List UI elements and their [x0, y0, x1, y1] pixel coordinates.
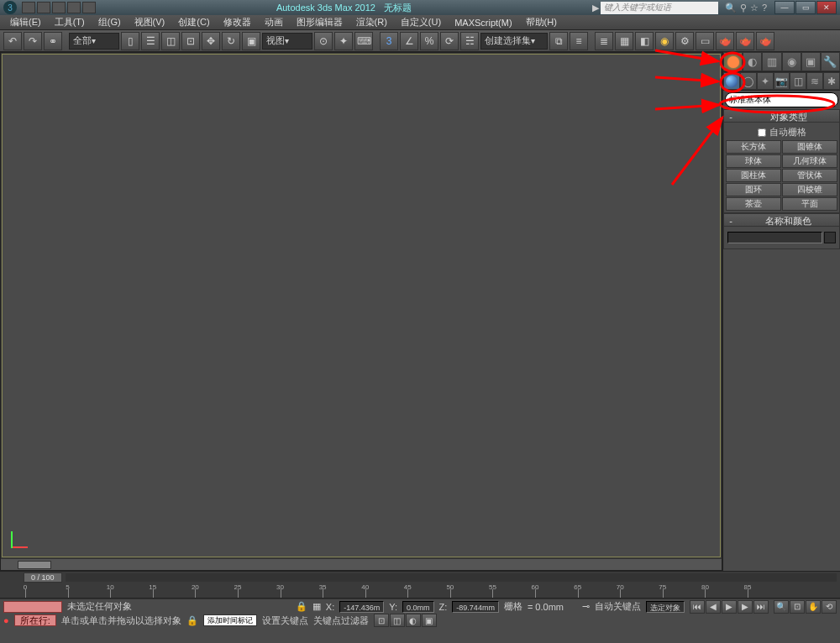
time-slider-track[interactable] — [66, 573, 837, 582]
qat-redo-icon[interactable] — [82, 2, 96, 13]
app-icon[interactable]: 3 — [3, 1, 17, 14]
menu-edit[interactable]: 编辑(E) — [3, 14, 48, 30]
material-editor-icon[interactable]: ◉ — [655, 32, 674, 50]
fov-icon[interactable]: ◐ — [406, 614, 421, 627]
box-button[interactable]: 长方体 — [726, 140, 781, 154]
zoom-icon[interactable]: 🔍 — [774, 600, 789, 614]
hierarchy-tab[interactable]: ▥ — [762, 52, 781, 71]
help-icon[interactable]: ? — [762, 3, 767, 13]
scale-icon[interactable]: ▣ — [242, 32, 260, 50]
keyfilter-button[interactable]: 关键点过滤器 — [313, 614, 369, 627]
pan-icon[interactable]: ✋ — [806, 600, 821, 614]
menu-grapheditors[interactable]: 图形编辑器 — [290, 14, 349, 30]
star-icon[interactable]: ☆ — [750, 3, 759, 13]
abs-rel-icon[interactable]: ▦ — [312, 601, 321, 612]
viewport-hscroll[interactable] — [1, 558, 722, 570]
plane-button[interactable]: 平面 — [782, 197, 837, 211]
shapes-subtab[interactable]: ◯ — [740, 72, 757, 90]
menu-create[interactable]: 创建(C) — [171, 14, 216, 30]
name-color-rollout-header[interactable]: -名称和颜色 — [723, 213, 840, 227]
rotate-icon[interactable]: ↻ — [222, 32, 240, 50]
help-search-input[interactable]: 键入关键字或短语 — [601, 2, 718, 14]
render-iter-icon[interactable]: 🫖 — [736, 32, 754, 50]
pivot-icon[interactable]: ⊙ — [314, 32, 333, 50]
menu-group[interactable]: 组(G) — [92, 14, 128, 30]
lock-icon[interactable]: 🔒 — [296, 601, 307, 612]
helpers-subtab[interactable]: ◫ — [790, 72, 806, 90]
undo-icon[interactable]: ↶ — [3, 32, 22, 50]
menu-animation[interactable]: 动画 — [258, 14, 290, 30]
key-icon[interactable]: ⊸ — [582, 601, 590, 612]
render-prod-icon[interactable]: 🫖 — [716, 32, 734, 50]
max-toggle-icon[interactable]: ▣ — [422, 614, 437, 627]
render-setup-icon[interactable]: ⚙ — [675, 32, 694, 50]
frame-indicator[interactable]: 0 / 100 — [24, 572, 62, 583]
menu-views[interactable]: 视图(V) — [128, 14, 172, 30]
play-icon[interactable]: ▶ — [722, 600, 737, 614]
select-rect-icon[interactable]: ◫ — [161, 32, 180, 50]
teapot-button[interactable]: 茶壶 — [726, 197, 781, 211]
editselection-icon[interactable]: ☵ — [460, 32, 479, 50]
goto-end-icon[interactable]: ⏭ — [753, 600, 769, 614]
rendered-frame-icon[interactable]: ▭ — [696, 32, 714, 50]
close-button[interactable]: ✕ — [816, 1, 837, 14]
zoom-region-icon[interactable]: ◫ — [390, 614, 405, 627]
object-type-rollout-header[interactable]: -对象类型 — [723, 109, 840, 123]
refcoord-dropdown[interactable]: 视图 ▾ — [262, 33, 312, 50]
geometry-type-dropdown[interactable]: 标准基本体 — [725, 92, 838, 107]
modify-tab[interactable]: ◐ — [743, 52, 762, 71]
geosphere-button[interactable]: 几何球体 — [782, 154, 837, 168]
setkey-button[interactable]: 设置关键点 — [262, 614, 308, 627]
time-ruler[interactable]: 0510152025303540455055606570758085 — [0, 583, 840, 599]
window-crossing-icon[interactable]: ⊡ — [181, 32, 200, 50]
percent-snap-icon[interactable]: % — [420, 32, 438, 50]
lock-ui-icon[interactable]: 🔒 — [186, 615, 198, 626]
viewport-front[interactable] — [2, 54, 721, 557]
tube-button[interactable]: 管状体 — [782, 169, 837, 182]
redo-icon[interactable]: ↷ — [24, 32, 42, 50]
named-selection-dropdown[interactable]: 创建选择集 ▾ — [480, 33, 548, 50]
qat-save-icon[interactable] — [52, 2, 66, 13]
schematic-icon[interactable]: ◧ — [635, 32, 654, 50]
display-tab[interactable]: ▣ — [801, 52, 821, 71]
orbit-icon[interactable]: ⟲ — [822, 600, 837, 614]
menu-modifiers[interactable]: 修改器 — [217, 14, 258, 30]
mirror-icon[interactable]: ⧉ — [549, 32, 568, 50]
select-name-icon[interactable]: ☰ — [141, 32, 160, 50]
spinner-snap-icon[interactable]: ⟳ — [440, 32, 459, 50]
autogrid-checkbox[interactable] — [758, 128, 766, 137]
cameras-subtab[interactable]: 📷 — [774, 72, 790, 90]
selected-obj-dropdown[interactable]: 选定对象 — [646, 601, 685, 613]
search-icon[interactable]: 🔍 — [725, 3, 737, 13]
autokey-button[interactable]: 自动关键点 — [595, 600, 641, 613]
goto-start-icon[interactable]: ⏮ — [690, 600, 705, 614]
select-icon[interactable]: ▯ — [121, 32, 139, 50]
z-value[interactable]: -89.744mm — [452, 601, 499, 613]
create-tab[interactable] — [723, 52, 743, 71]
qat-new-icon[interactable] — [22, 2, 35, 13]
render-icon[interactable]: 🫖 — [756, 32, 774, 50]
macro-recorder-button[interactable]: 所在行: — [14, 614, 56, 626]
manip-icon[interactable]: ✦ — [334, 32, 353, 50]
menu-maxscript[interactable]: MAXScript(M) — [448, 16, 518, 29]
pyramid-button[interactable]: 四棱锥 — [782, 183, 837, 196]
angle-snap-icon[interactable]: ∠ — [400, 32, 418, 50]
maximize-button[interactable]: ▭ — [795, 1, 816, 14]
minimize-button[interactable]: — — [774, 1, 795, 14]
add-time-tag[interactable]: 添加时间标记 — [203, 614, 257, 626]
menu-help[interactable]: 帮助(H) — [519, 14, 564, 30]
curve-editor-icon[interactable]: ▦ — [615, 32, 633, 50]
prev-frame-icon[interactable]: ◀ — [706, 600, 721, 614]
move-icon[interactable]: ✥ — [202, 32, 220, 50]
zoom-extents-icon[interactable]: ⊡ — [374, 614, 389, 627]
object-name-input[interactable] — [727, 232, 822, 243]
motion-tab[interactable]: ◉ — [782, 52, 801, 71]
y-value[interactable]: 0.0mm — [402, 601, 434, 613]
spacewarps-subtab[interactable]: ≋ — [806, 72, 823, 90]
script-status-bar[interactable] — [3, 601, 62, 613]
qat-undo-icon[interactable] — [67, 2, 81, 13]
torus-button[interactable]: 圆环 — [726, 183, 781, 196]
menu-customize[interactable]: 自定义(U) — [394, 14, 448, 30]
next-frame-icon[interactable]: ▶ — [738, 600, 753, 614]
qat-open-icon[interactable] — [37, 2, 50, 13]
